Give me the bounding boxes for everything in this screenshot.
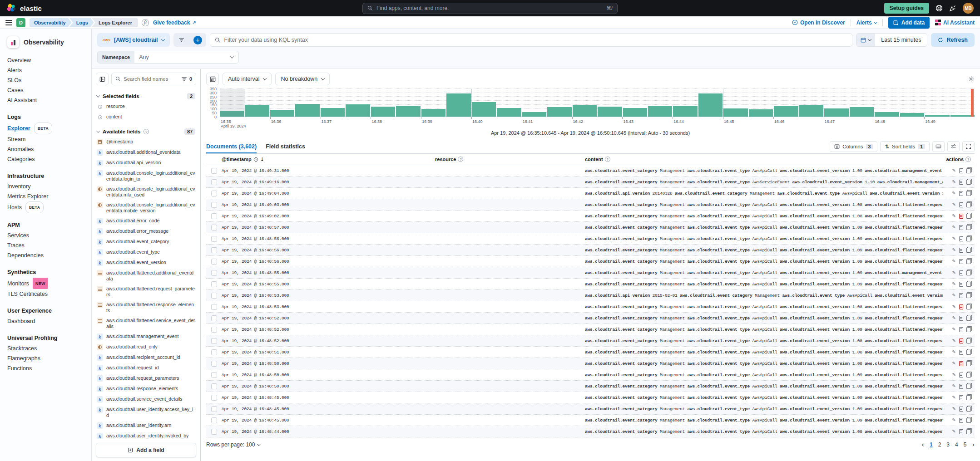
time-range-label[interactable]: Last 15 minutes	[875, 37, 927, 43]
display-options-icon[interactable]	[947, 141, 960, 152]
table-row[interactable]: Apr 19, 2024 @ 16:48:50.000 aws.cloudtra…	[206, 381, 975, 392]
page-4[interactable]: 4	[955, 441, 958, 448]
degraded-doc-icon[interactable]	[959, 429, 963, 434]
row-checkbox[interactable]	[211, 417, 217, 423]
table-row[interactable]: Apr 19, 2024 @ 16:48:51.000 aws.cloudtra…	[206, 347, 975, 358]
sidebar-item-overview[interactable]: Overview	[0, 55, 91, 65]
stacktrace-icon[interactable]	[966, 270, 971, 275]
table-row[interactable]: Apr 19, 2024 @ 16:48:45.000 aws.cloudtra…	[206, 392, 975, 403]
field-item-timestamp[interactable]: @timestamp	[96, 139, 196, 145]
keyboard-shortcuts-icon[interactable]	[932, 141, 945, 152]
degraded-doc-icon[interactable]	[959, 384, 963, 389]
sidebar-item-tls-certificates[interactable]: TLS Certificates	[0, 289, 91, 299]
field-item-aws-cloudtrail-response-elements[interactable]: kaws.cloudtrail.response_elements	[96, 386, 196, 392]
sidebar-item-cases[interactable]: Cases	[0, 85, 91, 95]
row-checkbox[interactable]	[211, 349, 217, 355]
add-field-button[interactable]: Add a field	[96, 443, 196, 457]
stacktrace-icon[interactable]	[966, 293, 971, 298]
table-row[interactable]: Apr 19, 2024 @ 16:49:04.000 aws.cloudtra…	[206, 188, 975, 199]
field-item-aws-cloudtrail-api-version[interactable]: kaws.cloudtrail.api_version	[96, 160, 196, 166]
field-item-aws-cloudtrail-request-parameters[interactable]: kaws.cloudtrail.request_parameters	[96, 375, 196, 382]
edit-icon[interactable]: ✎	[952, 191, 956, 196]
degraded-doc-icon[interactable]	[959, 270, 963, 275]
degraded-doc-icon[interactable]	[959, 373, 963, 378]
row-checkbox[interactable]	[211, 429, 217, 435]
page-5[interactable]: 5	[964, 441, 967, 448]
stacktrace-icon[interactable]	[966, 191, 971, 196]
histogram-bar[interactable]	[673, 106, 697, 117]
field-item-aws-cloudtrail-error-code[interactable]: kaws.cloudtrail.error_code	[96, 218, 196, 224]
available-fields-header[interactable]: Available fields ? 87	[97, 128, 195, 135]
row-checkbox[interactable]	[211, 327, 217, 333]
tab-documents[interactable]: Documents (3,602)	[206, 139, 257, 153]
stacktrace-icon[interactable]	[966, 316, 971, 321]
degraded-doc-icon[interactable]	[959, 361, 963, 366]
row-checkbox[interactable]	[211, 191, 217, 196]
next-page-icon[interactable]: ›	[972, 441, 975, 448]
row-checkbox[interactable]	[211, 168, 217, 174]
fullscreen-icon[interactable]	[962, 141, 975, 152]
stacktrace-icon[interactable]	[966, 338, 971, 343]
table-row[interactable]: Apr 19, 2024 @ 16:48:44.000 aws.cloudtra…	[206, 426, 975, 437]
histogram-bar[interactable]	[799, 105, 823, 117]
sidebar-item-dependencies[interactable]: Dependencies	[0, 250, 91, 260]
degraded-doc-icon[interactable]	[959, 236, 963, 241]
histogram-bar[interactable]	[446, 93, 470, 117]
row-checkbox[interactable]	[211, 213, 217, 219]
histogram-bar[interactable]	[497, 108, 521, 117]
histogram-bar[interactable]	[245, 105, 269, 117]
stacktrace-icon[interactable]	[966, 395, 971, 400]
row-checkbox[interactable]	[211, 383, 217, 389]
sidebar-item-functions[interactable]: Functions	[0, 363, 91, 373]
edit-icon[interactable]: ✎	[952, 168, 956, 173]
column-header-content[interactable]: content?	[585, 157, 943, 162]
histogram-bar[interactable]	[472, 102, 496, 117]
row-checkbox[interactable]	[211, 406, 217, 412]
histogram-bar[interactable]	[824, 108, 848, 117]
sort-fields-button[interactable]: ⇅ Sort fields 1	[880, 141, 930, 152]
degraded-doc-icon[interactable]	[959, 225, 963, 230]
breakdown-dropdown[interactable]: No breakdown	[275, 73, 330, 85]
breadcrumb-observability[interactable]: Observability	[30, 18, 72, 27]
stacktrace-icon[interactable]	[966, 407, 971, 412]
open-in-discover-link[interactable]: Open in Discover	[792, 20, 845, 26]
field-search-input[interactable]	[124, 76, 179, 82]
histogram-bar[interactable]	[749, 109, 773, 117]
column-header-resource[interactable]: resource?	[435, 157, 585, 162]
histogram-bar[interactable]	[698, 93, 723, 117]
field-item-aws-cloudtrail-flattened-response-elements[interactable]: aws.cloudtrail.flattened.response_elemen…	[96, 302, 196, 314]
field-search[interactable]: 0	[111, 73, 196, 85]
page-3[interactable]: 3	[946, 441, 950, 448]
row-checkbox[interactable]	[211, 236, 217, 242]
date-picker[interactable]: Last 15 minutes	[856, 33, 927, 47]
histogram-plot[interactable]	[220, 89, 975, 117]
histogram-bar[interactable]	[623, 108, 647, 117]
field-item-aws-cloudtrail-flattened-service-event-details[interactable]: aws.cloudtrail.flattened.service_event_d…	[96, 318, 196, 329]
sort-desc-icon[interactable]: ↓	[260, 157, 264, 162]
degraded-doc-icon[interactable]	[959, 214, 963, 219]
row-checkbox[interactable]	[211, 304, 217, 310]
setup-guides-button[interactable]: Setup guides	[884, 3, 929, 14]
field-item-aws-cloudtrail-user-identity-invoked-by[interactable]: kaws.cloudtrail.user_identity.invoked_by	[96, 433, 196, 439]
stacktrace-icon[interactable]	[966, 384, 971, 389]
histogram-bar[interactable]	[396, 106, 420, 117]
stacktrace-icon[interactable]	[966, 429, 971, 434]
edit-icon[interactable]: ✎	[952, 395, 956, 400]
sidebar-item-dashboard[interactable]: Dashboard	[0, 316, 91, 326]
field-item-aws-cloudtrail-service-event-details[interactable]: kaws.cloudtrail.service_event_details	[96, 396, 196, 402]
row-checkbox[interactable]	[211, 338, 217, 344]
tab-field-statistics[interactable]: Field statistics	[266, 139, 305, 153]
elastic-logo[interactable]: elastic	[6, 3, 42, 13]
table-row[interactable]: Apr 19, 2024 @ 16:48:55.000 aws.cloudtra…	[206, 267, 975, 279]
field-item-aws-cloudtrail-console-login-additional-eventdata-mobile-version[interactable]: aws.cloudtrail.console_login.additional_…	[96, 202, 196, 214]
edit-icon[interactable]: ✎	[952, 373, 956, 377]
table-row[interactable]: Apr 19, 2024 @ 16:48:50.000 aws.cloudtra…	[206, 369, 975, 381]
histogram-bar[interactable]	[900, 113, 924, 117]
ai-assistant-button[interactable]: AI Assistant	[935, 20, 975, 26]
degraded-doc-icon[interactable]	[959, 316, 963, 321]
breadcrumb-logs[interactable]: Logs	[69, 18, 94, 27]
edit-icon[interactable]: ✎	[952, 225, 956, 230]
edit-icon[interactable]: ✎	[952, 304, 956, 309]
table-row[interactable]: Apr 19, 2024 @ 16:48:52.000 aws.cloudtra…	[206, 313, 975, 324]
table-row[interactable]: Apr 19, 2024 @ 16:48:56.000 aws.cloudtra…	[206, 256, 975, 267]
